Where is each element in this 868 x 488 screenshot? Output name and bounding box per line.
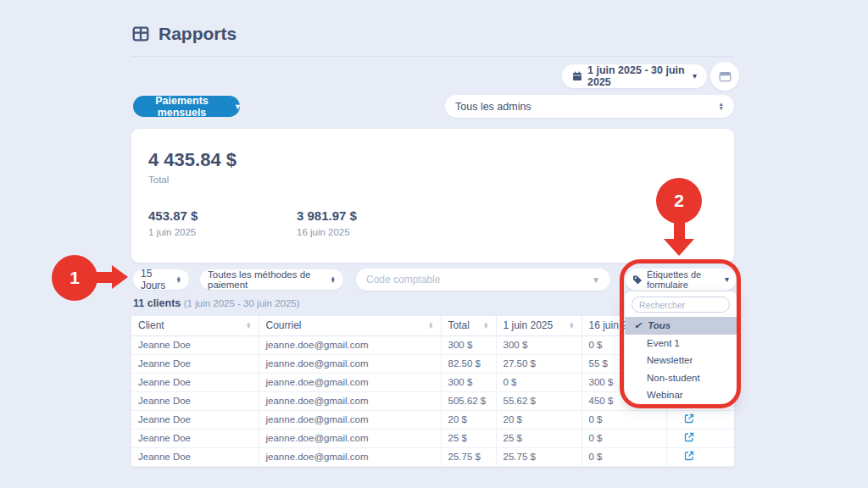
date-range-picker[interactable]: 1 juin 2025 - 30 juin 2025 ▾ <box>562 64 707 88</box>
chevron-down-icon: ▼ <box>592 275 600 285</box>
tags-search-input[interactable] <box>639 300 722 310</box>
report-type-button[interactable]: Paiements mensuels ▾ <box>133 96 240 117</box>
cell-june1: 0 $ <box>496 373 581 391</box>
external-link-icon[interactable] <box>684 413 694 424</box>
cell-june1: 27.50 $ <box>496 354 581 373</box>
summary-period1-label: 1 juin 2025 <box>148 227 196 237</box>
annotation-arrow-right <box>93 272 113 283</box>
cell-june1: 25 $ <box>496 429 581 447</box>
sort-icon[interactable]: ▲▼ <box>428 322 433 330</box>
payment-methods-select[interactable]: Toutes les méthodes de paiement ▲▼ <box>200 269 343 290</box>
summary-total-label: Total <box>148 175 169 185</box>
accounting-code-input[interactable] <box>366 274 592 286</box>
cell-email: jeanne.doe@gmail.com <box>259 410 441 429</box>
annotation-arrowhead-down <box>664 239 694 256</box>
sort-icon[interactable]: ▲▼ <box>246 322 251 330</box>
cell-client: Jeanne Doe <box>131 391 259 410</box>
col-header-client[interactable]: Client▲▼ <box>131 316 259 336</box>
page-header: Rapports <box>131 24 734 44</box>
summary-period2-value: 3 981.97 $ <box>297 208 357 223</box>
results-range: (1 juin 2025 - 30 juin 2025) <box>184 298 300 308</box>
results-summary: 11 clients (1 juin 2025 - 30 juin 2025) <box>133 297 300 309</box>
annotation-arrow-down <box>674 219 685 240</box>
admins-select-value: Tous les admins <box>455 101 531 113</box>
check-icon: ✔ <box>634 320 642 331</box>
tags-search-field[interactable] <box>632 297 730 313</box>
page-title: Rapports <box>159 24 236 44</box>
col-header-total[interactable]: Total▲▼ <box>441 316 496 336</box>
payment-methods-value: Toutes les méthodes de paiement <box>208 269 331 290</box>
cell-email: jeanne.doe@gmail.com <box>259 354 441 373</box>
cell-total: 25.75 $ <box>441 447 496 466</box>
cell-client: Jeanne Doe <box>131 336 259 354</box>
external-link-icon[interactable] <box>684 451 694 461</box>
chevron-down-icon: ▾ <box>693 72 697 80</box>
external-link-icon[interactable] <box>684 432 694 442</box>
cell-total: 82.50 $ <box>441 354 496 373</box>
form-tags-button[interactable]: Étiquettes de formulaire ▾ <box>626 269 736 291</box>
save-report-button[interactable] <box>710 62 739 91</box>
cell-email: jeanne.doe@gmail.com <box>259 336 441 354</box>
cell-email: jeanne.doe@gmail.com <box>259 391 441 410</box>
report-type-label: Paiements mensuels <box>133 95 231 119</box>
cell-email: jeanne.doe@gmail.com <box>259 373 441 391</box>
table-row: Jeanne Doe jeanne.doe@gmail.com 25.75 $ … <box>131 447 734 466</box>
select-arrows-icon: ▲▼ <box>719 103 724 110</box>
annotation-step-2: 2 <box>656 178 702 224</box>
cell-june16: 0 $ <box>581 410 666 429</box>
cell-email: jeanne.doe@gmail.com <box>259 429 441 447</box>
cell-june1: 25.75 $ <box>496 447 581 466</box>
cell-total: 300 $ <box>441 373 496 391</box>
summary-period1-value: 453.87 $ <box>148 208 198 223</box>
table-row: Jeanne Doe jeanne.doe@gmail.com 20 $ 20 … <box>131 410 734 429</box>
cell-client: Jeanne Doe <box>131 410 259 429</box>
annotation-step-1: 1 <box>52 255 97 301</box>
cell-total: 505.62 $ <box>441 391 496 410</box>
results-count: 11 clients <box>133 297 181 309</box>
tag-icon <box>632 274 643 285</box>
date-range-label: 1 juin 2025 - 30 juin 2025 <box>587 64 687 88</box>
cell-total: 20 $ <box>441 410 496 429</box>
tag-option-tous[interactable]: ✔ Tous <box>625 317 737 335</box>
reports-table-icon <box>131 25 150 43</box>
cell-june1: 55.62 $ <box>496 391 581 410</box>
sort-icon[interactable]: ▲▼ <box>569 322 574 330</box>
tag-option-nonstudent[interactable]: Non-student <box>625 369 737 387</box>
card-icon <box>719 71 732 82</box>
cell-client: Jeanne Doe <box>131 429 259 447</box>
header-divider <box>131 56 734 57</box>
col-header-courriel[interactable]: Courriel▲▼ <box>259 316 441 336</box>
cell-june16: 0 $ <box>581 447 666 466</box>
summary-total-value: 4 435.84 $ <box>148 149 236 171</box>
cell-total: 300 $ <box>441 336 496 354</box>
cell-june16: 0 $ <box>581 429 666 447</box>
calendar-icon <box>572 71 582 81</box>
accounting-code-select[interactable]: ▼ <box>356 269 610 291</box>
summary-period2-label: 16 juin 2025 <box>297 227 350 237</box>
annotation-arrowhead-right <box>112 265 128 289</box>
chevron-down-icon: ▾ <box>236 103 240 111</box>
form-tags-dropdown: ✔ Tous Event 1 Newsletter Non-student We… <box>625 291 737 404</box>
col-header-june1[interactable]: 1 juin 2025▲▼ <box>496 316 581 336</box>
tag-option-newsletter[interactable]: Newsletter <box>625 352 737 369</box>
tag-option-webinar[interactable]: Webinar <box>625 386 737 404</box>
cell-total: 25 $ <box>441 429 496 447</box>
cell-june1: 300 $ <box>496 336 581 354</box>
chevron-down-icon: ▾ <box>725 275 729 284</box>
cell-client: Jeanne Doe <box>131 447 259 466</box>
cell-client: Jeanne Doe <box>131 354 259 373</box>
days-select[interactable]: 15 Jours ▲▼ <box>133 269 189 290</box>
table-row: Jeanne Doe jeanne.doe@gmail.com 25 $ 25 … <box>131 429 734 447</box>
admins-select[interactable]: Tous les admins ▲▼ <box>445 95 734 118</box>
select-arrows-icon: ▲▼ <box>331 276 336 284</box>
cell-email: jeanne.doe@gmail.com <box>259 447 441 466</box>
days-select-value: 15 Jours <box>141 268 176 291</box>
select-arrows-icon: ▲▼ <box>176 276 181 284</box>
cell-client: Jeanne Doe <box>131 373 259 391</box>
cell-june1: 20 $ <box>496 410 581 429</box>
form-tags-label: Étiquettes de formulaire <box>647 269 721 290</box>
tag-option-event1[interactable]: Event 1 <box>625 335 737 352</box>
sort-icon[interactable]: ▲▼ <box>483 322 488 330</box>
